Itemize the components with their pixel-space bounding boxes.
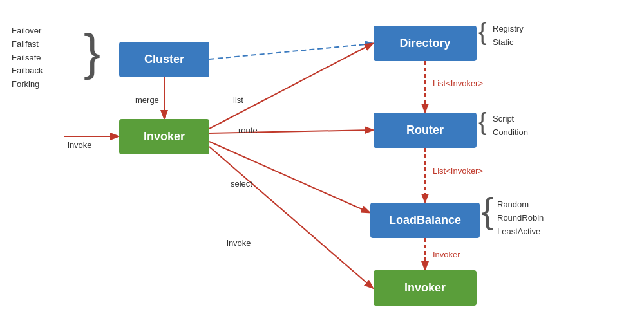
loadbalance-right-list: Random RoundRobin LeastActive (497, 198, 544, 238)
list-invoker-label-1: List<Invoker> (433, 78, 483, 88)
left-brace: } (84, 27, 100, 77)
failfast-label: Failfast (12, 39, 39, 49)
invoker-label-arrow: Invoker (433, 250, 460, 259)
forking-label: Forking (12, 79, 39, 89)
list-label: list (233, 95, 243, 105)
directory-brace: { (478, 19, 487, 44)
condition-label: Condition (493, 127, 528, 137)
invoke-label: invoke (68, 140, 92, 150)
select-label: select (231, 179, 252, 189)
leastactive-label: LeastActive (497, 226, 540, 236)
cluster-node: Cluster (119, 42, 209, 77)
diagram-container: Failover Failfast Failsafe Failback Fork… (0, 0, 644, 323)
loadbalance-brace: { (482, 193, 493, 228)
directory-node: Directory (374, 26, 477, 61)
roundrobin-label: RoundRobin (497, 213, 544, 223)
static-label: Static (493, 37, 514, 47)
invoker-top-node: Invoker (119, 119, 209, 154)
router-right-list: Script Condition (493, 113, 528, 140)
invoker-bottom-node: Invoker (374, 270, 477, 306)
directory-right-list: Registry Static (493, 23, 524, 50)
random-label: Random (497, 199, 529, 209)
loadbalance-node: LoadBalance (370, 203, 480, 238)
arrow-invoker-router (209, 130, 372, 133)
failover-label: Failover (12, 26, 41, 35)
arrow-invoker-loadbalance (209, 142, 369, 212)
arrow-invoker-directory (209, 44, 372, 129)
merge-label: merge (135, 95, 159, 105)
failsafe-label: Failsafe (12, 53, 41, 62)
route-label: route (238, 125, 258, 135)
arrow-invoker-invoker-bottom (209, 147, 372, 288)
list-invoker-label-2: List<Invoker> (433, 166, 483, 176)
router-node: Router (374, 113, 477, 148)
registry-label: Registry (493, 24, 524, 33)
router-brace: { (478, 109, 487, 134)
left-cluster-list: Failover Failfast Failsafe Failback Fork… (12, 24, 43, 91)
invoke-bottom-label: invoke (227, 238, 251, 248)
script-label: Script (493, 114, 514, 124)
failback-label: Failback (12, 66, 43, 75)
